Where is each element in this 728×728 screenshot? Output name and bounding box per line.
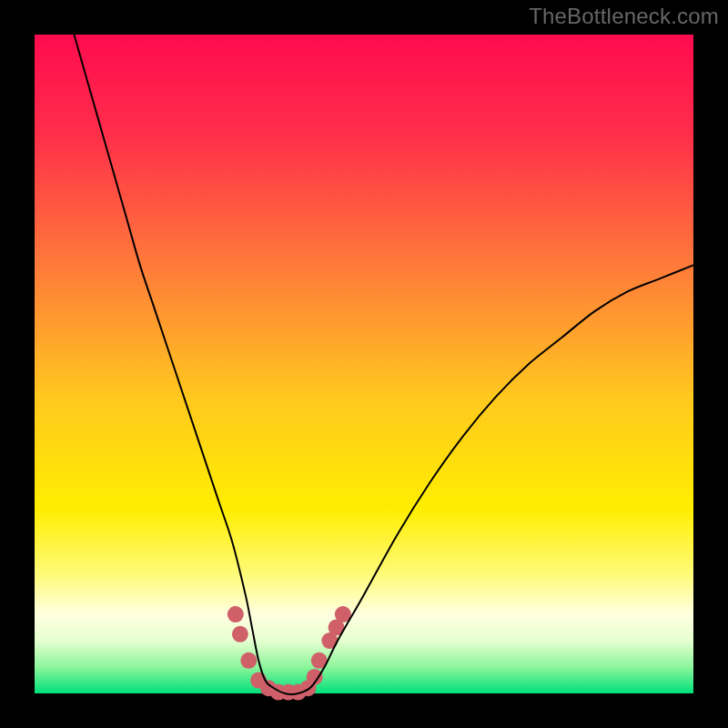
marker-dot xyxy=(228,606,244,622)
marker-dot xyxy=(240,652,257,669)
marker-dot xyxy=(232,626,248,642)
bottleneck-chart xyxy=(0,0,728,728)
watermark-text: TheBottleneck.com xyxy=(529,4,719,29)
chart-frame: TheBottleneck.com xyxy=(0,0,728,728)
